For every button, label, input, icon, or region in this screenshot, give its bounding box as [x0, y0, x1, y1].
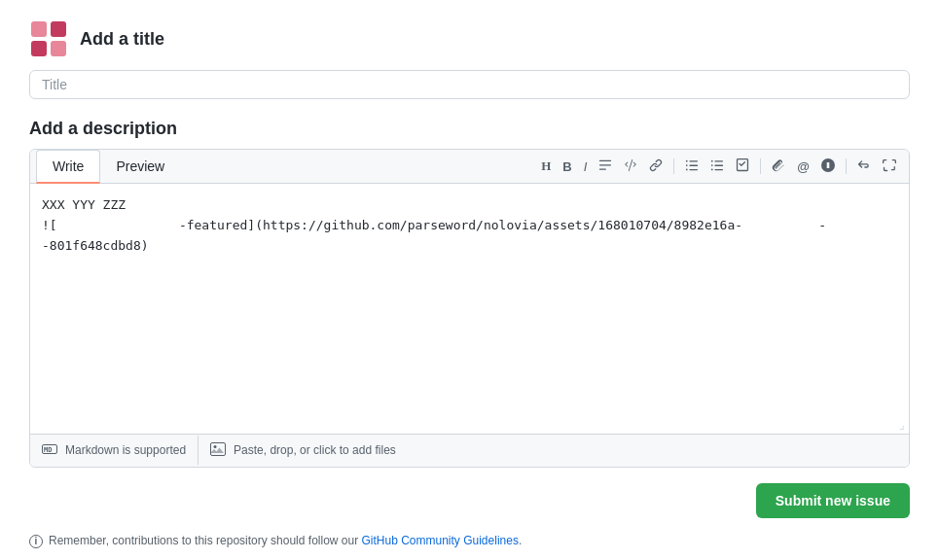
link-icon — [649, 158, 663, 175]
description-section: Add a description Write Preview H B I — [29, 119, 910, 468]
code-icon — [624, 158, 637, 175]
toolbar-icons: H B I — [528, 155, 909, 179]
editor-tabs-toolbar: Write Preview H B I — [30, 150, 909, 184]
svg-rect-1 — [31, 41, 47, 56]
toolbar-bold-btn[interactable]: B — [558, 156, 576, 178]
footer-note-text: Remember, contributions to this reposito… — [49, 534, 522, 547]
toolbar-ordered-list-btn[interactable] — [680, 155, 704, 179]
toolbar-mention-btn[interactable]: @ — [792, 156, 814, 178]
task-list-icon — [736, 158, 749, 175]
github-logo-icon — [29, 19, 68, 58]
heading-icon: H — [541, 158, 551, 174]
info-icon: i — [29, 535, 43, 548]
tab-write[interactable]: Write — [36, 150, 100, 184]
tab-preview[interactable]: Preview — [100, 150, 180, 184]
toolbar-attach-btn[interactable] — [767, 155, 790, 179]
title-input[interactable] — [29, 70, 910, 99]
undo-icon — [857, 158, 871, 175]
description-heading: Add a description — [29, 119, 910, 139]
toolbar-quote-btn[interactable] — [594, 155, 617, 179]
toolbar-undo-btn[interactable] — [852, 155, 876, 179]
italic-icon: I — [584, 159, 588, 174]
toolbar-link-btn[interactable] — [644, 155, 668, 179]
toolbar-italic-btn[interactable]: I — [579, 156, 593, 178]
toolbar-task-list-btn[interactable] — [731, 155, 754, 179]
editor-resize-area: ⌟ — [30, 416, 909, 434]
toolbar-divider-3 — [846, 158, 847, 174]
editor-content-area[interactable]: XXX YYY ZZZ ![ -featured](https://github… — [30, 184, 909, 416]
toolbar-divider-2 — [760, 158, 761, 174]
editor-container: Write Preview H B I — [29, 149, 910, 468]
add-title-heading: Add a title — [80, 29, 164, 50]
toolbar-reference-btn[interactable] — [816, 155, 840, 179]
description-textarea[interactable]: XXX YYY ZZZ ![ -featured](https://github… — [42, 195, 897, 398]
markdown-support-label: MD Markdown is supported — [30, 436, 199, 465]
image-icon — [210, 442, 226, 459]
reference-icon — [821, 158, 835, 175]
toolbar-code-btn[interactable] — [619, 155, 642, 179]
bold-icon: B — [562, 159, 571, 174]
toolbar-fullscreen-btn[interactable] — [878, 155, 901, 179]
svg-rect-2 — [51, 21, 66, 37]
toolbar-heading-btn[interactable]: H — [536, 155, 556, 178]
attach-icon — [772, 158, 785, 175]
submit-new-issue-button[interactable]: Submit new issue — [756, 483, 910, 518]
markdown-icon: MD — [42, 443, 57, 457]
file-attach-area[interactable]: Paste, drop, or click to add files — [199, 435, 408, 467]
mention-icon: @ — [797, 159, 810, 174]
quote-icon — [598, 158, 612, 175]
svg-text:MD: MD — [44, 446, 52, 454]
page-header: Add a title — [29, 19, 910, 58]
toolbar-unordered-list-btn[interactable] — [705, 155, 729, 179]
submit-row: Submit new issue — [29, 483, 910, 518]
svg-rect-0 — [31, 21, 47, 37]
svg-rect-3 — [51, 41, 66, 56]
unordered-list-icon — [710, 158, 724, 175]
footer-note: i Remember, contributions to this reposi… — [29, 534, 910, 548]
toolbar-divider-1 — [673, 158, 674, 174]
svg-point-7 — [214, 445, 217, 448]
editor-tabs: Write Preview — [30, 150, 180, 183]
fullscreen-icon — [883, 158, 896, 175]
editor-footer: MD Markdown is supported Paste, drop, or… — [30, 434, 909, 467]
resize-handle-icon: ⌟ — [899, 418, 905, 432]
ordered-list-icon — [685, 158, 699, 175]
svg-rect-6 — [211, 442, 226, 455]
community-guidelines-link[interactable]: GitHub Community Guidelines — [362, 534, 519, 547]
